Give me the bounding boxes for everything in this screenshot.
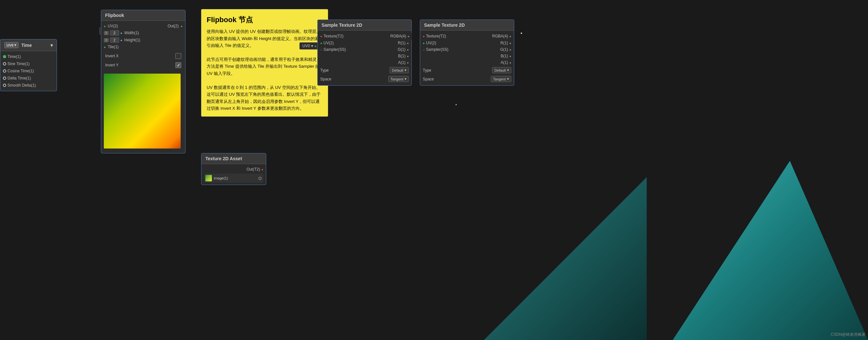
tex1-uv-left: ● UV(2) — [320, 41, 334, 45]
tex1-r-dot: ● — [407, 41, 409, 45]
texture-asset-node: Texture 2D Asset Out(T2) ● image(1) ⊙ — [201, 153, 266, 185]
flipbook-body: ● UV(2) Out(2) ● X ● Width(1) X ● Height… — [101, 21, 185, 153]
invert-section: Invert X Invert Y ✓ — [101, 50, 185, 71]
time-node: UV0 ▾ Time ▾ Time(1) Sine Time(1) Cosine… — [0, 39, 57, 91]
tex2-uv-dot: ● — [423, 41, 425, 45]
time-dropdown[interactable]: UV0 ▾ — [4, 42, 19, 48]
tex1-texture-left: ● Texture(T2) — [320, 34, 343, 38]
time-port-smooth: Smooth Delta(1) — [0, 82, 57, 89]
flipbook-uv-label: UV(2) — [108, 24, 118, 28]
bg-triangle-left — [484, 177, 647, 340]
chevron-down-tex1-space: ▾ — [405, 77, 406, 81]
time-port-time: Time(1) — [0, 53, 57, 60]
tex2-b-label: B(1) — [501, 54, 508, 58]
chevron-down-tex2-type: ▾ — [507, 68, 509, 72]
flipbook-tooltip: Flipbook 节点 使用向输入 UV 提供的 UV 创建翻页或纹理帧动画。纹… — [201, 9, 328, 117]
tex1-a-label: A(1) — [398, 60, 405, 65]
tex1-texture-row: ● Texture(T2) RGBA(4) ● — [318, 33, 412, 40]
tex1-rgba-label: RGBA(4) — [390, 34, 406, 38]
tex1-g-right: G(1) ● — [398, 47, 409, 52]
tex1-type-label: Type — [320, 68, 329, 73]
tex2-sampler-dot: ○ — [423, 48, 425, 52]
uv-strip-2[interactable]: UV0 ▾ ● — [300, 42, 319, 50]
sample-texture-1-body: ● Texture(T2) RGBA(4) ● ● UV(2) R(1) ● ○… — [318, 31, 411, 85]
texture-asset-title: Texture 2D Asset — [202, 153, 266, 164]
sample-texture-2-node: Sample Texture 2D ● Texture(T2) RGBA(4) … — [420, 20, 514, 86]
flipbook-node: Flipbook ● UV(2) Out(2) ● X ● Width(1) X… — [101, 10, 186, 153]
tex2-a-row: A(1) ● — [420, 59, 514, 66]
tex2-type-select[interactable]: Default ▾ — [492, 67, 511, 73]
asset-out-label: Out(T2) — [247, 167, 260, 172]
asset-settings-icon[interactable]: ⊙ — [258, 175, 262, 181]
uv-strip-2-chevron: ▾ — [311, 44, 313, 48]
chevron-down-tex1-type: ▾ — [405, 68, 406, 72]
sample-texture-2-title-label: Sample Texture 2D — [424, 23, 465, 28]
tex1-space-row: Space Tangent ▾ — [318, 75, 411, 83]
chevron-down-icon: ▾ — [14, 43, 16, 47]
chevron-down-icon-time: ▾ — [51, 42, 53, 48]
time-port-cosine: Cosine Time(1) — [0, 67, 57, 75]
invert-x-checkbox[interactable] — [176, 53, 181, 59]
flipbook-width-label: Width(1) — [124, 31, 139, 35]
tex2-type-label: Type — [423, 68, 431, 73]
asset-thumbnail — [205, 175, 212, 181]
tex1-rgba-right: RGBA(4) ● — [390, 34, 409, 38]
invert-y-label: Invert Y — [105, 63, 119, 67]
flipbook-width-row: X ● Width(1) — [101, 29, 185, 36]
tex2-rgba-right: RGBA(4) ● — [492, 34, 511, 38]
port-label-time: Time(1) — [7, 54, 21, 59]
uv-strip-2-dot: ● — [314, 44, 316, 48]
tex1-texture-label: Texture(T2) — [323, 34, 343, 38]
tex1-sampler-row: ○ Sampler(SS) G(1) ● — [318, 46, 411, 53]
port-dot-smooth — [3, 84, 6, 87]
port-label-sine: Sine Time(1) — [7, 61, 30, 66]
tex2-rgba-dot: ● — [509, 34, 511, 38]
flipbook-preview — [104, 74, 181, 148]
tex1-b-label: B(1) — [398, 54, 405, 58]
invert-y-row: Invert Y ✓ — [104, 61, 183, 70]
port-dot-time — [3, 55, 6, 58]
tex2-texture-dot: ● — [423, 34, 425, 38]
tex1-a-row: A(1) ● — [318, 59, 411, 66]
tex2-g-label: G(1) — [500, 47, 508, 52]
tex1-g-dot: ● — [407, 48, 409, 52]
tex2-space-value: Tangent — [493, 77, 506, 81]
invert-y-checkbox[interactable]: ✓ — [176, 62, 181, 68]
tex1-type-row: Type Default ▾ — [318, 66, 411, 75]
tex1-rgba-dot: ● — [407, 34, 409, 38]
watermark: CSDN@林泉澄枫著 — [831, 332, 865, 337]
time-node-body: Time(1) Sine Time(1) Cosine Time(1) Delt… — [0, 51, 57, 91]
tex2-r-label: R(1) — [501, 41, 508, 45]
height-port-dot: ● — [120, 38, 122, 42]
sample-texture-2-title: Sample Texture 2D — [420, 20, 514, 31]
bg-triangle-right — [673, 161, 868, 340]
tex1-type-select[interactable]: Default ▾ — [390, 67, 409, 73]
tex1-r-label: R(1) — [398, 41, 405, 45]
flipbook-title: Flipbook — [101, 10, 185, 21]
tex2-texture-label: Texture(T2) — [426, 34, 446, 38]
tex1-g-label: G(1) — [398, 47, 405, 52]
tex1-space-select[interactable]: Tangent ▾ — [388, 76, 409, 82]
tex1-sampler-label: Sampler(SS) — [323, 47, 346, 52]
tile-port-dot: ● — [104, 45, 106, 49]
sample-texture-1-title: Sample Texture 2D — [318, 20, 411, 31]
flipbook-uv-row: ● UV(2) Out(2) ● — [101, 23, 185, 29]
tex1-uv-dot: ● — [320, 41, 322, 45]
tex2-b-dot: ● — [509, 54, 511, 58]
port-dot-delta — [3, 77, 6, 80]
tex2-uv-left: ● UV(2) — [423, 41, 436, 45]
time-label: Time — [21, 42, 32, 48]
tex2-space-select[interactable]: Tangent ▾ — [491, 76, 511, 82]
flipbook-out-label: Out(2) — [167, 24, 179, 28]
tex1-uv-label: UV(2) — [323, 41, 334, 45]
height-input[interactable] — [110, 37, 119, 42]
port-label-delta: Delta Time(1) — [7, 76, 31, 80]
width-port-dot: ● — [120, 31, 122, 35]
tex2-r-dot: ● — [509, 41, 511, 45]
tex1-sampler-left: ○ Sampler(SS) — [320, 47, 346, 52]
tex2-texture-left: ● Texture(T2) — [423, 34, 446, 38]
out-port-dot: ● — [181, 24, 183, 28]
tex2-sampler-row: ○ Sampler(SS) G(1) ● — [420, 46, 514, 53]
width-input[interactable] — [110, 30, 119, 35]
time-dropdown-label: UV0 — [6, 43, 13, 47]
